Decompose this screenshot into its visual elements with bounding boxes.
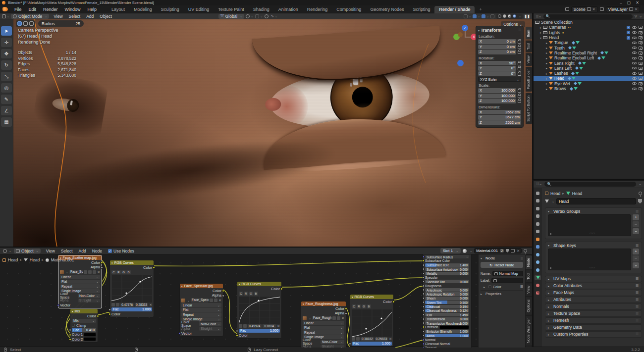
material-name-field[interactable]: Material.001 2 ✕ xyxy=(474,248,522,253)
outliner-row[interactable]: ▾ Head ✓ xyxy=(534,35,644,40)
unlink-image-icon[interactable]: ✕ xyxy=(218,299,221,302)
expand-arrow-icon[interactable]: ▾ xyxy=(538,36,543,40)
curve-point-x[interactable]: 0.47576 xyxy=(120,303,134,307)
falloff-icon[interactable] xyxy=(29,21,34,26)
vector-input-socket[interactable] xyxy=(57,304,59,306)
curve-point-x[interactable]: 0.49924 xyxy=(248,324,262,328)
node-dropdown[interactable]: Single Image⌄ xyxy=(303,335,344,340)
material-slot-dropdown[interactable]: Slot 1⌄ xyxy=(440,248,461,253)
show-gizmo-icon[interactable] xyxy=(473,14,477,18)
fake-user-shield-icon[interactable] xyxy=(506,249,509,252)
input-socket[interactable] xyxy=(423,268,425,270)
scale-input[interactable]: Y100.000 xyxy=(478,94,516,99)
expand-arrow-icon[interactable]: ▸ xyxy=(544,61,549,65)
input-socket[interactable] xyxy=(423,297,425,300)
properties-tab-icon[interactable] xyxy=(535,221,541,226)
location-input[interactable]: Z0 cm xyxy=(478,50,516,54)
measure-tool[interactable]: ∠ xyxy=(1,106,12,115)
shader-menu-item[interactable]: Add xyxy=(76,249,89,253)
expand-arrow-icon[interactable]: ▸ xyxy=(544,72,549,75)
bsdf-input-row[interactable]: Subsurface Anisotropy Subsurface Anisotr… xyxy=(425,267,469,271)
new-image-icon[interactable] xyxy=(214,299,217,302)
input-socket[interactable] xyxy=(423,326,425,328)
new-image-icon[interactable] xyxy=(88,270,92,274)
shader-sidebar-tab[interactable]: Tool xyxy=(526,270,532,282)
shader-sidebar-tab[interactable]: Node Wrangler xyxy=(526,316,532,346)
delete-point-icon[interactable]: ✕ xyxy=(277,324,280,328)
input-socket[interactable] xyxy=(423,322,425,324)
bsdf-input-row[interactable]: Sheen Sheen0.000 xyxy=(425,297,469,300)
node-face-roughness[interactable]: ▾Face_Roughness.jpg Color Alpha ⌄ Face_R… xyxy=(301,301,346,348)
rotation-input[interactable]: Z0° xyxy=(478,71,516,76)
select-box-tool[interactable]: ➤ xyxy=(1,26,12,36)
hide-eye-icon[interactable] xyxy=(632,67,637,69)
properties-tab-icon[interactable] xyxy=(535,237,541,242)
view-layer-icon[interactable] xyxy=(600,7,604,11)
input-socket[interactable] xyxy=(423,276,425,279)
input-socket[interactable] xyxy=(423,293,425,295)
color1-swatch[interactable] xyxy=(84,333,96,337)
lock-icon[interactable] xyxy=(518,100,521,103)
hide-eye-icon[interactable] xyxy=(632,26,637,29)
add-cube-tool[interactable]: ▦ xyxy=(1,117,12,127)
outliner-row[interactable]: ▸ Realtime Eyeball Left ✓ xyxy=(534,55,644,60)
properties-panel-title[interactable]: Properties xyxy=(485,292,501,296)
hide-eye-icon[interactable] xyxy=(632,31,637,34)
properties-tab-icon[interactable] xyxy=(535,191,541,196)
expand-arrow-icon[interactable]: ▸ xyxy=(544,41,549,45)
material-icon[interactable] xyxy=(463,249,467,253)
material-preview-icon[interactable] xyxy=(508,14,511,18)
color-input-socket[interactable] xyxy=(108,313,111,315)
node-canvas[interactable]: Head ▸ Head ▸ Material.001 ▾Face_Scatter… xyxy=(0,254,532,348)
exclude-checkbox[interactable]: ✓ xyxy=(627,26,630,29)
expand-arrow-icon[interactable]: ▸ xyxy=(538,31,543,34)
curve-point-x[interactable]: 0.38182 xyxy=(361,337,374,341)
color1-input-socket[interactable] xyxy=(69,334,71,336)
shape-keys-header[interactable]: ▾Shape Keys☰ xyxy=(545,242,642,249)
image-thumbnail[interactable] xyxy=(181,299,185,302)
curve-point-y[interactable]: 0.8104 xyxy=(263,324,276,328)
bsdf-input-row[interactable]: Specular Specular xyxy=(425,276,469,279)
scale-tool[interactable]: ⤡ xyxy=(1,72,12,81)
input-socket[interactable] xyxy=(423,301,425,303)
fac-slider[interactable]: Fac1.000 xyxy=(111,307,152,312)
input-socket[interactable] xyxy=(423,318,425,320)
bsdf-input-row[interactable]: Specular Tint Specular Tint0.000 xyxy=(425,280,469,283)
shader-menu-item[interactable]: Select xyxy=(58,249,76,253)
input-socket[interactable] xyxy=(423,343,425,345)
scale-input[interactable]: Z100.000 xyxy=(478,99,516,103)
workspace-tab[interactable]: Scripting xyxy=(408,6,434,13)
expand-arrow-icon[interactable]: ▸ xyxy=(544,51,549,54)
colorspace-dropdown[interactable]: Non-Color⌄ xyxy=(199,322,221,326)
viewport-menu-item[interactable]: View xyxy=(51,14,65,19)
properties-tab-icon[interactable] xyxy=(535,214,541,219)
workspace-tab[interactable]: Texture Paint xyxy=(214,6,249,13)
hide-eye-icon[interactable] xyxy=(632,51,637,54)
outliner-row[interactable]: ▸ Eye Wet ✓ xyxy=(534,81,644,86)
pin-id-icon[interactable] xyxy=(639,192,642,195)
viewport-menu-item[interactable]: Object xyxy=(97,14,115,19)
workspace-tab[interactable]: Compositing xyxy=(332,6,366,13)
stroke-icon[interactable] xyxy=(23,21,28,26)
outliner-row[interactable]: ▸ Teeth ✓ xyxy=(534,45,644,50)
shape-key-specials-button[interactable]: ⌄ xyxy=(633,262,639,268)
pivot-point-icon[interactable] xyxy=(246,14,250,18)
node-dropdown[interactable]: Flat⌄ xyxy=(303,326,344,330)
delete-point-icon[interactable]: ✕ xyxy=(389,337,392,341)
disable-render-icon[interactable] xyxy=(639,87,643,90)
menu-item[interactable]: File xyxy=(11,7,25,12)
outliner-row[interactable]: ▸ Tongue ✓ xyxy=(534,40,644,45)
expand-arrow-icon[interactable]: ▸ xyxy=(544,82,549,85)
viewport-menu-item[interactable]: Add xyxy=(83,14,97,19)
color2-input-socket[interactable] xyxy=(69,338,71,341)
image-name-field[interactable]: Face_Specular.jpg xyxy=(191,298,209,302)
curve-channel-button[interactable]: C xyxy=(239,292,243,296)
input-socket[interactable] xyxy=(423,259,425,262)
location-input[interactable]: X0 cm xyxy=(478,39,516,44)
node-dropdown[interactable]: Repeat⌄ xyxy=(303,330,344,335)
delete-point-icon[interactable]: ✕ xyxy=(149,303,152,307)
curve-channel-button[interactable]: G xyxy=(249,292,253,296)
workspace-tab[interactable]: UV Editing xyxy=(184,6,214,13)
hide-eye-icon[interactable] xyxy=(632,88,637,90)
presets-icon[interactable]: ☰ xyxy=(520,285,523,289)
